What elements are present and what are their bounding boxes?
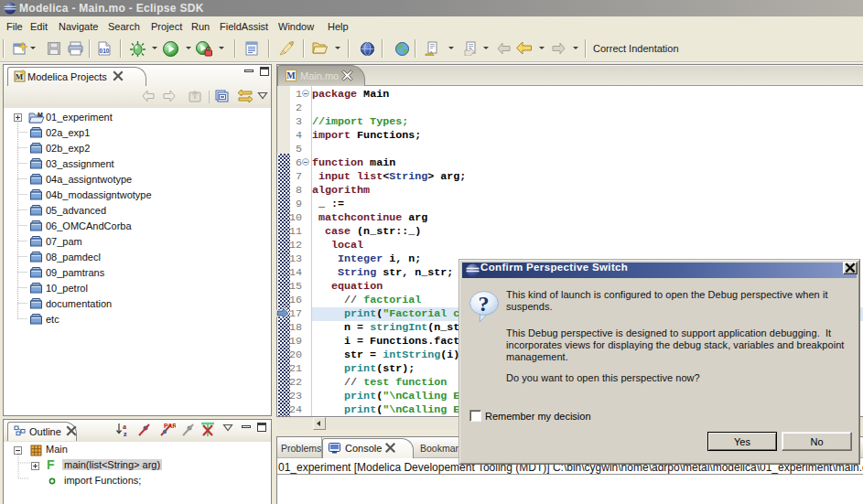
svg-text:z: z xyxy=(124,430,127,437)
svg-text:010: 010 xyxy=(100,48,110,54)
svg-text:M: M xyxy=(286,70,296,80)
svg-text:?: ? xyxy=(479,292,490,316)
svg-text:M: M xyxy=(38,112,43,118)
